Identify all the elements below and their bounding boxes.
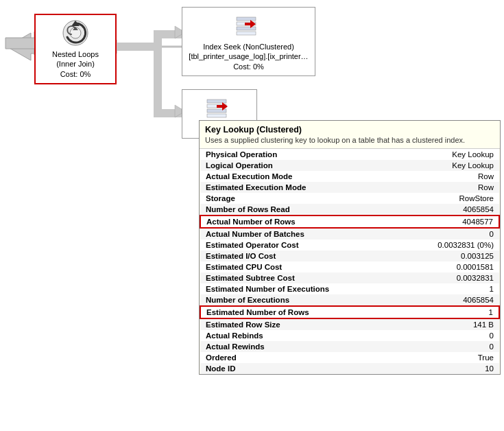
table-row: Estimated Execution ModeRow [200,182,499,193]
info-row-label: Estimated Row Size [200,318,394,330]
info-row-label: Actual Rebinds [200,330,394,341]
info-row-label: Actual Execution Mode [200,171,394,182]
table-row: Actual Number of Batches0 [200,228,499,240]
table-row: Actual Number of Rows4048577 [200,216,499,228]
info-row-label: Estimated Execution Mode [200,182,394,193]
table-row: Estimated Number of Executions1 [200,283,499,294]
table-row: Number of Rows Read4065854 [200,204,499,216]
info-row-label: Estimated Operator Cost [200,240,394,251]
table-row: Estimated Operator Cost0.0032831 (0%) [200,240,499,251]
info-table: Physical OperationKey LookupLogical Oper… [200,149,500,374]
table-row: Actual Execution ModeRow [200,171,499,182]
info-row-label: Actual Rewinds [200,341,394,352]
info-row-value: 0.0032831 [394,272,499,283]
info-row-label: Estimated Subtree Cost [200,272,394,283]
table-row: Logical OperationKey Lookup [200,160,499,171]
info-row-value: 1 [394,283,499,294]
svg-rect-17 [207,114,226,117]
info-row-label: Estimated Number of Executions [200,283,394,294]
info-panel: Key Lookup (Clustered) Uses a supplied c… [199,120,501,375]
info-row-value: 1 [394,306,499,318]
svg-rect-16 [207,109,226,113]
svg-rect-11 [237,27,256,30]
nested-loops-label: Nested Loops (Inner Join) Cost: 0% [41,49,110,79]
info-row-value: Key Lookup [394,149,499,160]
key-lookup-icon-small [206,94,233,121]
info-panel-desc: Uses a supplied clustering key to lookup… [200,136,500,149]
info-row-value: 0 [394,330,499,341]
node-nested-loops[interactable]: Nested Loops (Inner Join) Cost: 0% [34,14,117,84]
info-row-value: 4048577 [394,216,499,228]
svg-rect-9 [237,17,256,21]
svg-rect-12 [237,32,256,35]
info-row-value: Row [394,171,499,182]
table-row: Actual Rebinds0 [200,330,499,341]
table-row: Estimated CPU Cost0.0001581 [200,261,499,272]
info-row-value: 4065854 [394,294,499,306]
info-row-value: 0.003125 [394,251,499,261]
table-row: Node ID10 [200,363,499,374]
table-row: Number of Executions4065854 [200,294,499,306]
info-row-value: 0 [394,228,499,240]
info-panel-title: Key Lookup (Clustered) [200,121,500,136]
table-row: OrderedTrue [200,352,499,363]
info-row-label: Logical Operation [200,160,394,171]
info-row-value: 141 B [394,318,499,330]
index-seek-icon [235,12,263,39]
info-row-value: 10 [394,363,499,374]
node-index-seek[interactable]: Index Seek (NonClustered) [tbl_printer_u… [182,7,315,76]
info-row-label: Actual Number of Batches [200,228,394,240]
table-row: Estimated Number of Rows1 [200,306,499,318]
nested-loops-icon [62,19,89,47]
info-row-label: Physical Operation [200,149,394,160]
info-row-label: Actual Number of Rows [200,216,394,228]
info-row-value: Key Lookup [394,160,499,171]
info-row-label: Estimated CPU Cost [200,261,394,272]
table-row: Estimated Subtree Cost0.0032831 [200,272,499,283]
table-row: Estimated I/O Cost0.003125 [200,251,499,261]
table-row: Physical OperationKey Lookup [200,149,499,160]
info-row-value: RowStore [394,193,499,204]
info-row-value: 0.0032831 (0%) [394,240,499,251]
info-row-value: Row [394,182,499,193]
info-row-label: Number of Executions [200,294,394,306]
info-row-value: 0 [394,341,499,352]
info-row-value: True [394,352,499,363]
svg-marker-3 [175,105,182,117]
info-row-label: Number of Rows Read [200,204,394,216]
index-seek-label: Index Seek (NonClustered) [tbl_printer_u… [188,42,309,71]
svg-rect-14 [207,100,226,103]
info-row-label: Storage [200,193,394,204]
table-row: Estimated Row Size141 B [200,318,499,330]
svg-marker-2 [175,26,182,38]
info-row-value: 4065854 [394,204,499,216]
table-row: Actual Rewinds0 [200,341,499,352]
info-row-value: 0.0001581 [394,261,499,272]
info-row-label: Estimated I/O Cost [200,251,394,261]
table-row: StorageRowStore [200,193,499,204]
info-row-label: Ordered [200,352,394,363]
info-row-label: Estimated Number of Rows [200,306,394,318]
info-row-label: Node ID [200,363,394,374]
